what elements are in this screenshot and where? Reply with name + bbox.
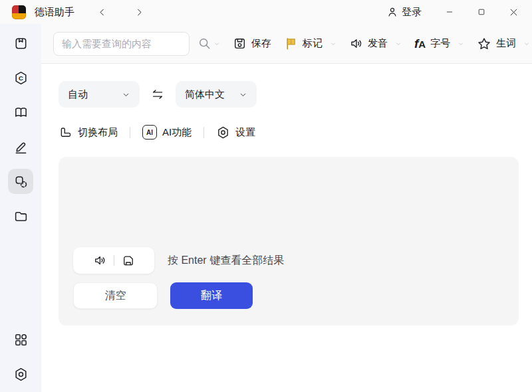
translate-label: 翻译	[201, 289, 222, 303]
chevron-down-icon	[239, 90, 247, 99]
search-input[interactable]	[54, 38, 190, 49]
source-language-select[interactable]: 自动	[59, 81, 140, 108]
divider	[114, 255, 114, 266]
forward-icon	[134, 7, 144, 17]
ai-features-button[interactable]: AI AI功能	[142, 125, 192, 140]
translator-panel: 自动 简体中文 切换布局	[41, 64, 532, 392]
new-words-label: 生词	[496, 37, 516, 50]
sidebar-item-apps[interactable]	[8, 327, 33, 352]
input-panel[interactable]: 按 Enter 键查看全部结果 清空 翻译	[59, 157, 519, 326]
toolbar: 保存 标记 发音 fA	[41, 24, 532, 64]
font-size-label: 字号	[430, 37, 450, 50]
panel-actions-row: 清空 翻译	[73, 282, 253, 309]
save-button[interactable]: 保存	[233, 37, 271, 50]
clear-button[interactable]: 清空	[73, 282, 158, 309]
minimize-button[interactable]	[434, 1, 466, 23]
sidebar: C	[0, 24, 41, 392]
maximize-button[interactable]	[466, 1, 497, 23]
chevron-down-icon	[523, 41, 530, 47]
chevron-down-icon	[213, 41, 220, 47]
hexagon-c-icon: C	[13, 70, 29, 86]
main-area: 保存 标记 发音 fA	[41, 24, 532, 392]
magnifier-icon	[198, 37, 211, 50]
apps-grid-icon	[13, 332, 29, 347]
feature-row: 切换布局 AI AI功能 设置	[59, 122, 532, 142]
divider	[203, 127, 204, 138]
ai-features-label: AI功能	[162, 126, 192, 139]
person-icon	[386, 6, 398, 18]
ai-box-icon: AI	[142, 125, 157, 140]
close-icon	[509, 7, 519, 17]
mark-button[interactable]: 标记	[284, 37, 336, 50]
sidebar-item-settings[interactable]	[8, 361, 33, 387]
sidebar-item-writing[interactable]	[8, 134, 33, 159]
settings-button[interactable]: 设置	[216, 126, 255, 140]
sidebar-item-courses[interactable]: C	[8, 65, 33, 90]
settings-gear-icon	[13, 367, 29, 382]
sidebar-item-dictionary[interactable]	[8, 31, 33, 56]
screen-translate-icon	[13, 174, 29, 189]
settings-label: 设置	[235, 126, 255, 139]
chevron-down-icon	[458, 41, 464, 47]
gear-icon	[216, 126, 230, 140]
close-button[interactable]	[497, 1, 529, 23]
maximize-icon	[477, 7, 486, 17]
login-label: 登录	[402, 6, 422, 19]
back-icon	[97, 7, 107, 17]
swap-arrows-icon[interactable]	[150, 87, 165, 102]
floppy-save-icon	[233, 37, 247, 50]
target-language-select[interactable]: 简体中文	[176, 81, 257, 108]
layout-icon	[59, 126, 72, 140]
folder-icon	[13, 209, 29, 224]
clear-label: 清空	[105, 289, 126, 303]
search-box[interactable]	[53, 32, 190, 56]
mark-label: 标记	[303, 37, 323, 50]
switch-layout-button[interactable]: 切换布局	[59, 126, 118, 140]
font-size-icon: fA	[414, 37, 426, 50]
minimize-icon	[445, 7, 454, 17]
search-button[interactable]	[198, 37, 220, 50]
pronounce-button[interactable]: 发音	[349, 37, 402, 50]
login-button[interactable]: 登录	[386, 6, 422, 19]
titlebar: 德语助手 登录	[0, 0, 532, 24]
chevron-down-icon	[395, 41, 402, 47]
bookmark-book-icon	[13, 36, 29, 51]
app-title: 德语助手	[35, 6, 74, 19]
pronounce-label: 发音	[368, 37, 388, 50]
language-row: 自动 简体中文	[59, 81, 532, 108]
forward-button[interactable]	[129, 3, 149, 21]
sidebar-item-translate[interactable]	[8, 169, 33, 194]
panel-tools-pill	[73, 247, 154, 274]
star-icon	[477, 37, 491, 51]
app-logo-icon	[12, 5, 26, 19]
panel-tools-row: 按 Enter 键查看全部结果	[73, 247, 284, 274]
sidebar-item-files[interactable]	[8, 203, 33, 229]
source-language-value: 自动	[68, 88, 88, 101]
switch-layout-label: 切换布局	[78, 126, 118, 139]
save-card-icon[interactable]	[122, 254, 135, 267]
save-label: 保存	[251, 37, 271, 50]
target-language-value: 简体中文	[185, 88, 225, 101]
chevron-down-icon	[122, 90, 130, 99]
font-size-button[interactable]: fA 字号	[414, 37, 464, 50]
sidebar-item-reading[interactable]	[8, 100, 33, 125]
open-book-icon	[13, 105, 29, 120]
translate-button[interactable]: 翻译	[170, 282, 253, 309]
chevron-down-icon	[330, 41, 336, 47]
svg-text:C: C	[19, 74, 23, 81]
enter-hint: 按 Enter 键查看全部结果	[168, 254, 284, 268]
new-words-button[interactable]: 生词	[477, 37, 530, 51]
speaker-icon[interactable]	[93, 254, 106, 267]
speaker-icon	[349, 37, 363, 50]
divider	[130, 127, 130, 138]
pencil-edit-icon	[13, 140, 29, 155]
back-button[interactable]	[92, 3, 112, 21]
flag-icon	[284, 37, 298, 50]
